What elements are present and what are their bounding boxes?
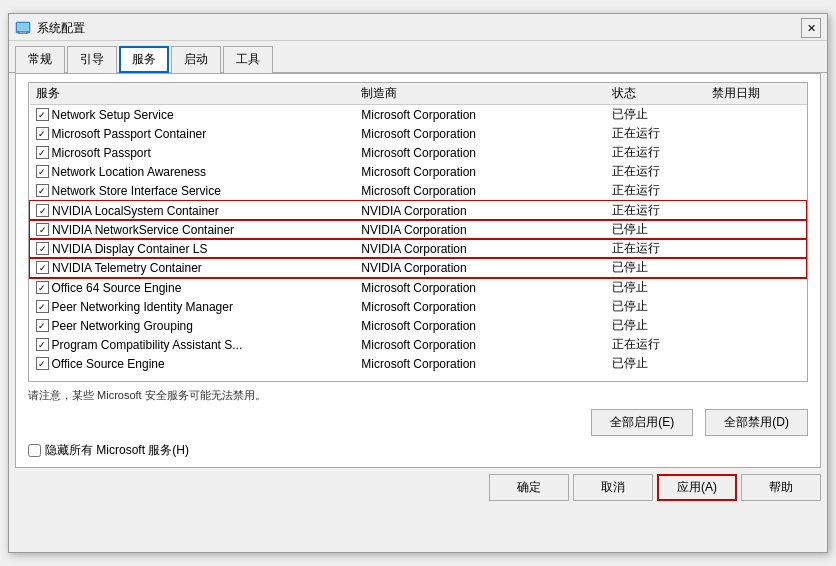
tabs-bar: 常规 引导 服务 启动 工具 bbox=[9, 41, 827, 73]
svg-rect-3 bbox=[18, 33, 28, 34]
service-checkbox[interactable]: ✓ bbox=[36, 127, 49, 140]
service-table-wrapper[interactable]: 服务 制造商 状态 禁用日期 ✓ Network Setup Service M… bbox=[28, 82, 808, 382]
svg-rect-1 bbox=[17, 23, 29, 31]
service-name: Network Setup Service bbox=[52, 108, 174, 122]
service-vendor: NVIDIA Corporation bbox=[355, 239, 606, 258]
service-disabled-date bbox=[706, 143, 806, 162]
table-row[interactable]: ✓ Program Compatibility Assistant S... M… bbox=[30, 335, 807, 354]
dialog-title: 系统配置 bbox=[37, 20, 85, 37]
service-checkbox[interactable]: ✓ bbox=[36, 357, 49, 370]
table-row[interactable]: ✓ Network Store Interface Service Micros… bbox=[30, 181, 807, 201]
col-header-status: 状态 bbox=[606, 83, 706, 105]
service-status: 正在运行 bbox=[606, 143, 706, 162]
service-name: NVIDIA NetworkService Container bbox=[52, 223, 234, 237]
help-button[interactable]: 帮助 bbox=[741, 474, 821, 501]
services-content: 服务 制造商 状态 禁用日期 ✓ Network Setup Service M… bbox=[15, 73, 821, 468]
table-row[interactable]: ✓ Office 64 Source Engine Microsoft Corp… bbox=[30, 278, 807, 298]
service-disabled-date bbox=[706, 162, 806, 181]
service-vendor: NVIDIA Corporation bbox=[355, 220, 606, 239]
service-checkbox[interactable]: ✓ bbox=[36, 204, 49, 217]
service-checkbox[interactable]: ✓ bbox=[36, 338, 49, 351]
disable-all-button[interactable]: 全部禁用(D) bbox=[705, 409, 808, 436]
service-status: 正在运行 bbox=[606, 124, 706, 143]
apply-button[interactable]: 应用(A) bbox=[657, 474, 737, 501]
service-status: 已停止 bbox=[606, 105, 706, 125]
service-checkbox[interactable]: ✓ bbox=[36, 281, 49, 294]
service-name: Network Location Awareness bbox=[52, 165, 207, 179]
system-config-dialog: 系统配置 ✕ 常规 引导 服务 启动 工具 服务 制造商 状态 禁用日期 bbox=[8, 13, 828, 553]
service-checkbox[interactable]: ✓ bbox=[36, 165, 49, 178]
system-icon bbox=[15, 20, 31, 36]
close-button[interactable]: ✕ bbox=[801, 18, 821, 38]
service-name: Network Store Interface Service bbox=[52, 184, 221, 198]
table-row[interactable]: ✓ NVIDIA LocalSystem Container NVIDIA Co… bbox=[30, 201, 807, 221]
service-disabled-date bbox=[706, 181, 806, 201]
ok-button[interactable]: 确定 bbox=[489, 474, 569, 501]
hide-microsoft-label[interactable]: 隐藏所有 Microsoft 服务(H) bbox=[45, 442, 189, 459]
table-header-row: 服务 制造商 状态 禁用日期 bbox=[30, 83, 807, 105]
table-row[interactable]: ✓ Peer Networking Identity Manager Micro… bbox=[30, 297, 807, 316]
service-vendor: Microsoft Corporation bbox=[355, 124, 606, 143]
service-checkbox[interactable]: ✓ bbox=[36, 300, 49, 313]
table-row[interactable]: ✓ NVIDIA Display Container LS NVIDIA Cor… bbox=[30, 239, 807, 258]
cancel-button[interactable]: 取消 bbox=[573, 474, 653, 501]
service-vendor: Microsoft Corporation bbox=[355, 335, 606, 354]
service-checkbox[interactable]: ✓ bbox=[36, 146, 49, 159]
service-name: NVIDIA LocalSystem Container bbox=[52, 204, 219, 218]
service-status: 已停止 bbox=[606, 297, 706, 316]
service-name: Microsoft Passport bbox=[52, 146, 151, 160]
service-status: 已停止 bbox=[606, 354, 706, 373]
table-row[interactable]: ✓ Office Source Engine Microsoft Corpora… bbox=[30, 354, 807, 373]
service-status: 已停止 bbox=[606, 278, 706, 298]
service-vendor: NVIDIA Corporation bbox=[355, 258, 606, 278]
service-name: Peer Networking Grouping bbox=[52, 319, 193, 333]
service-checkbox[interactable]: ✓ bbox=[36, 223, 49, 236]
table-row[interactable]: ✓ Microsoft Passport Container Microsoft… bbox=[30, 124, 807, 143]
service-vendor: Microsoft Corporation bbox=[355, 181, 606, 201]
table-row[interactable]: ✓ NVIDIA Telemetry Container NVIDIA Corp… bbox=[30, 258, 807, 278]
service-status: 已停止 bbox=[606, 316, 706, 335]
service-disabled-date bbox=[706, 105, 806, 125]
col-header-service: 服务 bbox=[30, 83, 356, 105]
tab-general[interactable]: 常规 bbox=[15, 46, 65, 73]
service-name: NVIDIA Telemetry Container bbox=[52, 261, 202, 275]
table-row[interactable]: ✓ Network Location Awareness Microsoft C… bbox=[30, 162, 807, 181]
service-checkbox[interactable]: ✓ bbox=[36, 319, 49, 332]
service-vendor: Microsoft Corporation bbox=[355, 297, 606, 316]
tab-services[interactable]: 服务 bbox=[119, 46, 169, 73]
tab-tools[interactable]: 工具 bbox=[223, 46, 273, 73]
table-row[interactable]: ✓ Peer Networking Grouping Microsoft Cor… bbox=[30, 316, 807, 335]
table-row[interactable]: ✓ NVIDIA NetworkService Container NVIDIA… bbox=[30, 220, 807, 239]
service-vendor: Microsoft Corporation bbox=[355, 162, 606, 181]
service-disabled-date bbox=[706, 316, 806, 335]
tab-boot[interactable]: 引导 bbox=[67, 46, 117, 73]
title-bar: 系统配置 ✕ bbox=[9, 14, 827, 41]
service-checkbox[interactable]: ✓ bbox=[36, 184, 49, 197]
hide-microsoft-checkbox[interactable] bbox=[28, 444, 41, 457]
service-disabled-date bbox=[706, 278, 806, 298]
service-disabled-date bbox=[706, 335, 806, 354]
service-checkbox[interactable]: ✓ bbox=[36, 242, 49, 255]
table-row[interactable]: ✓ Network Setup Service Microsoft Corpor… bbox=[30, 105, 807, 125]
service-disabled-date bbox=[706, 201, 806, 221]
service-name: Office Source Engine bbox=[52, 357, 165, 371]
service-vendor: Microsoft Corporation bbox=[355, 354, 606, 373]
service-disabled-date bbox=[706, 124, 806, 143]
service-vendor: Microsoft Corporation bbox=[355, 143, 606, 162]
service-vendor: Microsoft Corporation bbox=[355, 278, 606, 298]
hide-microsoft-row: 隐藏所有 Microsoft 服务(H) bbox=[28, 442, 808, 459]
notice-text: 请注意，某些 Microsoft 安全服务可能无法禁用。 bbox=[28, 388, 808, 403]
service-disabled-date bbox=[706, 297, 806, 316]
service-checkbox[interactable]: ✓ bbox=[36, 108, 49, 121]
service-disabled-date bbox=[706, 239, 806, 258]
service-status: 已停止 bbox=[606, 220, 706, 239]
service-name: Microsoft Passport Container bbox=[52, 127, 207, 141]
bottom-buttons-row: 确定 取消 应用(A) 帮助 bbox=[15, 474, 821, 501]
table-row[interactable]: ✓ Microsoft Passport Microsoft Corporati… bbox=[30, 143, 807, 162]
enable-all-button[interactable]: 全部启用(E) bbox=[591, 409, 693, 436]
service-disabled-date bbox=[706, 258, 806, 278]
service-status: 正在运行 bbox=[606, 201, 706, 221]
tab-startup[interactable]: 启动 bbox=[171, 46, 221, 73]
service-checkbox[interactable]: ✓ bbox=[36, 261, 49, 274]
service-name: Peer Networking Identity Manager bbox=[52, 300, 233, 314]
